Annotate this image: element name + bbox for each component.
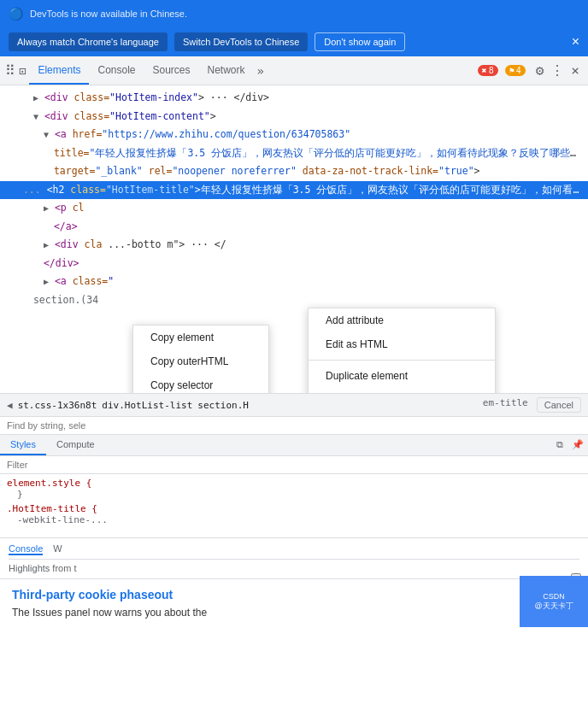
breadcrumb-bar: ◀ st.css-1x36n8t div.HotList-list sectio…	[0, 393, 588, 417]
duplicate-element-item[interactable]: Duplicate element	[309, 364, 495, 388]
tab-computed[interactable]: Compute	[46, 435, 105, 455]
settings-icon[interactable]: ⚙	[532, 59, 548, 82]
breadcrumb-right: em-title Cancel	[483, 397, 581, 413]
match-language-button[interactable]: Always match Chrome's language	[9, 32, 168, 51]
article-area: Third-party cookie phaseout The Issues p…	[0, 578, 588, 627]
html-line[interactable]: target="_blank" rel="noopener noreferrer…	[0, 162, 588, 181]
breadcrumb-dots: ◀	[7, 400, 13, 411]
copy-submenu: Copy element Copy outerHTML Copy selecto…	[132, 325, 269, 393]
styles-filter	[0, 456, 588, 474]
menu-separator	[309, 360, 495, 361]
article-text: The Issues panel now warns you about the	[12, 607, 576, 619]
tab-w[interactable]: W	[53, 543, 62, 555]
triangle-icon: ▶	[44, 277, 49, 286]
csdn-watermark: CSDN @天天卡丁	[520, 576, 588, 627]
breadcrumb-item-2[interactable]: section.H	[197, 400, 249, 411]
html-line[interactable]: ▼ <a href="https://www.zhihu.com/questio…	[0, 126, 588, 144]
console-tabs: Console W	[9, 543, 579, 560]
add-attribute-item[interactable]: Add attribute	[309, 308, 495, 332]
tab-elements[interactable]: Elements	[29, 57, 89, 85]
tab-sources[interactable]: Sources	[144, 57, 199, 85]
elements-panel: ▶ <div class="HotItem-index"> ··· </div>…	[0, 85, 588, 393]
html-line[interactable]: ▶ <div cla ...-botto m"> ··· </	[0, 236, 588, 255]
close-devtools-icon[interactable]: ×	[567, 59, 583, 82]
html-tree: ▶ <div class="HotItem-index"> ··· </div>…	[0, 85, 588, 314]
hotitem-title-body: -webkit-line-...	[7, 514, 581, 525]
notification-bar: 🔵 DevTools is now available in Chinese.	[0, 0, 588, 27]
warning-badge: ⚑4	[505, 65, 526, 76]
styles-panel: Styles Compute ⧉ 📌 element.style { } .Ho…	[0, 435, 588, 537]
triangle-icon: ▶	[33, 93, 38, 103]
html-line[interactable]: </a>	[0, 218, 588, 237]
html-line[interactable]: </div>	[0, 255, 588, 273]
pin-icon[interactable]: 📌	[567, 435, 588, 455]
edit-as-html-item[interactable]: Edit as HTML	[309, 332, 495, 356]
buttons-bar: Always match Chrome's language Switch De…	[0, 27, 588, 56]
html-line[interactable]: section.(34	[0, 291, 588, 310]
error-badge: ✖8	[478, 65, 498, 76]
find-input[interactable]	[7, 420, 581, 431]
element-style-rule: element.style {	[7, 478, 581, 489]
triangle-icon: ▼	[33, 112, 38, 121]
dismiss-button[interactable]: Don't show again	[315, 32, 405, 51]
elements-panel-icon[interactable]: ⠿	[5, 62, 15, 79]
chrome-icon: 🔵	[9, 7, 23, 21]
console-section: Console W Highlights from t ×	[0, 537, 588, 578]
more-tabs-button[interactable]: »	[254, 61, 268, 81]
breadcrumb-item-0[interactable]: st.css-1x36n8t	[18, 400, 97, 411]
copy-outerhtml-item[interactable]: Copy outerHTML	[133, 349, 268, 373]
styles-tabs: Styles Compute ⧉ 📌	[0, 435, 588, 456]
console-text: Highlights from t	[9, 563, 579, 573]
close-notification-button[interactable]: ×	[572, 35, 579, 49]
copy-selector-item[interactable]: Copy selector	[133, 373, 268, 393]
html-line[interactable]: ▶ <p cl	[0, 199, 588, 218]
html-line[interactable]: ▼ <div class="HotItem-content">	[0, 108, 588, 126]
breadcrumb-item-1[interactable]: div.HotList-list	[102, 400, 192, 411]
find-bar	[0, 417, 588, 435]
triangle-icon: ▶	[44, 203, 49, 213]
tab-network[interactable]: Network	[199, 57, 254, 85]
cursor-icon[interactable]: ⊡	[19, 64, 26, 78]
element-style-body: }	[7, 489, 581, 500]
cancel-button[interactable]: Cancel	[537, 397, 581, 413]
breadcrumb-item-3[interactable]: em-title	[483, 397, 528, 413]
warning-badge-icon: ⚑	[509, 66, 514, 75]
article-title: Third-party cookie phaseout	[12, 588, 576, 601]
more-options-icon[interactable]: ⋮	[547, 59, 567, 82]
filter-input[interactable]	[7, 460, 581, 470]
html-line[interactable]: title="年轻人报复性挤爆「3.5 分饭店」，网友热议「评分低的店可能更好吃…	[0, 144, 588, 163]
hotitem-title-rule: .HotItem-title {	[7, 503, 581, 514]
copy-element-item[interactable]: Copy element	[133, 326, 268, 349]
styles-content: element.style { } .HotItem-title { -webk…	[0, 474, 588, 529]
html-line[interactable]: ▶ <div class="HotItem-index"> ··· </div>	[0, 89, 588, 108]
triangle-icon: ▶	[44, 240, 49, 249]
delete-element-item[interactable]: Delete element	[309, 388, 495, 393]
error-badge-icon: ✖	[482, 66, 487, 75]
triangle-icon: ▼	[44, 130, 49, 139]
tab-console-bottom[interactable]: Console	[9, 543, 43, 555]
right-context-menu: Add attribute Edit as HTML Duplicate ele…	[308, 308, 496, 393]
switch-devtools-button[interactable]: Switch DevTools to Chinese	[174, 32, 308, 51]
devtools-tabs: ⠿ ⊡ Elements Console Sources Network » ✖…	[0, 56, 588, 85]
tab-console[interactable]: Console	[89, 57, 144, 85]
html-line-selected[interactable]: ... <h2 class="HotItem-title">年轻人报复性挤爆「3…	[0, 181, 588, 200]
tab-styles[interactable]: Styles	[0, 435, 46, 455]
notification-text: DevTools is now available in Chinese.	[30, 9, 187, 19]
copy-icon[interactable]: ⧉	[552, 435, 567, 455]
html-line[interactable]: ▶ <a class="	[0, 273, 588, 291]
